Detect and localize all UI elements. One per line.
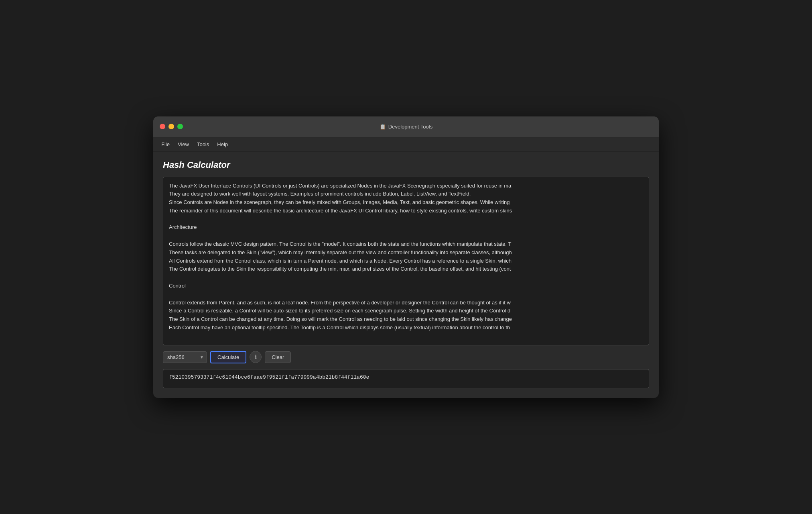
- menu-tools[interactable]: Tools: [193, 140, 213, 149]
- hash-algorithm-wrapper: sha256 md5 sha1 sha512 ▼: [163, 351, 207, 363]
- input-text-area[interactable]: [163, 177, 649, 345]
- close-button[interactable]: [160, 124, 165, 129]
- menu-view[interactable]: View: [174, 140, 193, 149]
- minimize-button[interactable]: [168, 124, 174, 129]
- traffic-lights: [160, 124, 183, 129]
- menu-file[interactable]: File: [157, 140, 174, 149]
- main-window: 📋 Development Tools File View Tools Help…: [153, 116, 659, 398]
- page-title: Hash Calculator: [163, 160, 649, 170]
- title-bar-title: 📋 Development Tools: [380, 124, 432, 130]
- info-icon: ℹ: [255, 354, 257, 360]
- window-title: Development Tools: [388, 124, 432, 130]
- title-bar: 📋 Development Tools: [153, 116, 659, 137]
- menu-help[interactable]: Help: [213, 140, 232, 149]
- controls-row: sha256 md5 sha1 sha512 ▼ Calculate ℹ Cle…: [163, 351, 649, 363]
- maximize-button[interactable]: [177, 124, 183, 129]
- main-content: Hash Calculator sha256 md5 sha1 sha512 ▼…: [153, 152, 659, 398]
- clear-button[interactable]: Clear: [265, 351, 291, 363]
- calculate-button[interactable]: Calculate: [210, 351, 246, 363]
- info-button[interactable]: ℹ: [250, 351, 262, 363]
- menu-bar: File View Tools Help: [153, 137, 659, 152]
- hash-algorithm-select[interactable]: sha256 md5 sha1 sha512: [163, 351, 207, 363]
- book-icon: 📋: [380, 124, 386, 130]
- hash-output: f5210395793371f4c61044bce6faae9f9521f1fa…: [163, 369, 649, 388]
- input-text-area-container: [163, 177, 649, 345]
